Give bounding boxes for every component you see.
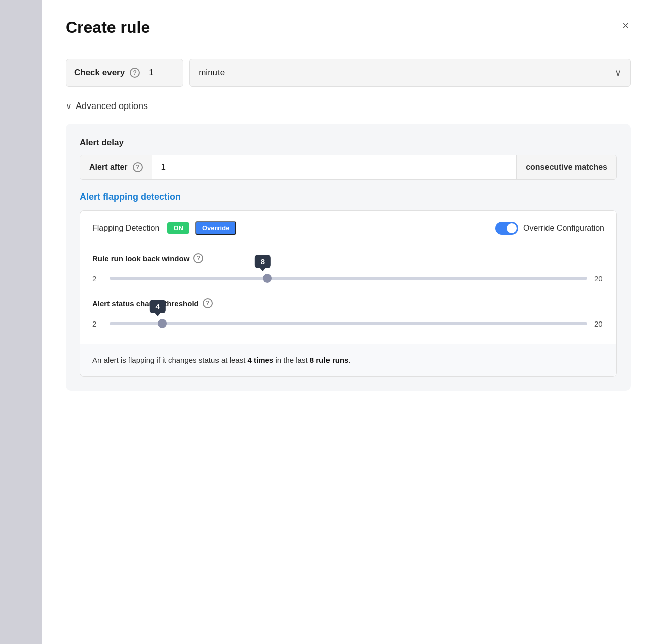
threshold-value-bubble: 4: [149, 300, 165, 313]
threshold-slider-section: Alert status change threshold ? 2 4: [92, 298, 604, 332]
override-config-toggle[interactable]: [495, 222, 518, 235]
flapping-detection-label: Flapping Detection: [92, 224, 159, 233]
alert-delay-title: Alert delay: [80, 138, 617, 148]
advanced-options-chevron-icon: ∨: [66, 101, 72, 111]
flapping-summary-text: An alert is flapping if it changes statu…: [92, 356, 248, 364]
rule-run-label: Rule run look back window: [92, 254, 189, 263]
rule-run-track: 8: [110, 277, 587, 280]
flapping-override-button[interactable]: Override: [195, 221, 236, 235]
override-config-label: Override Configuration: [523, 224, 604, 233]
rule-run-min: 2: [92, 274, 102, 283]
rule-run-slider-row: 2 8 20: [92, 270, 604, 286]
flapping-summary-end: .: [348, 356, 350, 364]
check-every-row: Check every ? minute ∨: [66, 59, 631, 87]
threshold-help-icon[interactable]: ?: [203, 298, 213, 308]
flapping-title: Alert flapping detection: [80, 192, 617, 202]
consecutive-matches: consecutive matches: [516, 155, 616, 179]
check-every-input[interactable]: [145, 68, 175, 78]
check-every-field: Check every ?: [66, 59, 183, 87]
threshold-slider-wrapper: 4: [110, 315, 587, 332]
modal-header: Create rule ×: [42, 0, 655, 47]
minute-chevron-icon: ∨: [615, 67, 621, 78]
threshold-min: 2: [92, 319, 102, 328]
threshold-label: Alert status change threshold: [92, 299, 199, 308]
threshold-label-row: Alert status change threshold ?: [92, 298, 604, 308]
modal-title: Create rule: [66, 18, 150, 37]
rule-run-thumb[interactable]: 8: [263, 274, 272, 283]
flapping-divider: [92, 243, 604, 243]
flapping-summary-middle: in the last: [273, 356, 310, 364]
close-button[interactable]: ×: [620, 18, 631, 33]
advanced-options-toggle[interactable]: ∨ Advanced options: [66, 101, 631, 112]
flapping-summary-times: 4 times: [248, 356, 274, 364]
advanced-content: Alert delay Alert after ? consecutive ma…: [66, 124, 631, 391]
rule-run-max: 20: [594, 274, 604, 283]
modal-body: Check every ? minute ∨ ∨ Advanced option…: [42, 47, 655, 403]
alert-after-help-icon[interactable]: ?: [133, 162, 143, 172]
flapping-summary-runs: 8 rule runs: [310, 356, 349, 364]
rule-run-help-icon[interactable]: ?: [193, 253, 203, 263]
threshold-slider-row: 2 4 20: [92, 315, 604, 332]
rule-run-value-bubble: 8: [255, 255, 271, 268]
threshold-thumb[interactable]: 4: [158, 319, 167, 328]
flapping-on-badge: ON: [167, 222, 189, 234]
background-panel: [0, 0, 42, 644]
rule-run-slider-wrapper: 8: [110, 270, 587, 286]
alert-after-label: Alert after: [89, 163, 128, 172]
check-every-label: Check every: [74, 68, 125, 78]
rule-run-slider-section: Rule run look back window ? 2 8 20: [92, 253, 604, 286]
flapping-detection-row: Flapping Detection ON Override Override …: [92, 221, 604, 235]
threshold-track: 4: [110, 322, 587, 325]
override-config-right: Override Configuration: [495, 222, 604, 235]
minute-select[interactable]: minute ∨: [189, 59, 631, 87]
modal-overlay: Create rule × Check every ? minute ∨ ∨ A…: [42, 0, 655, 644]
threshold-max: 20: [594, 319, 604, 328]
alert-after-row: Alert after ? consecutive matches: [80, 155, 617, 180]
alert-after-input[interactable]: [152, 155, 517, 179]
flapping-card: Flapping Detection ON Override Override …: [80, 210, 617, 377]
alert-after-left: Alert after ?: [80, 155, 152, 179]
rule-run-label-row: Rule run look back window ?: [92, 253, 604, 263]
minute-select-text: minute: [199, 68, 225, 78]
flapping-summary: An alert is flapping if it changes statu…: [80, 344, 616, 376]
check-every-help-icon[interactable]: ?: [130, 68, 140, 78]
advanced-options-label: Advanced options: [76, 101, 148, 112]
